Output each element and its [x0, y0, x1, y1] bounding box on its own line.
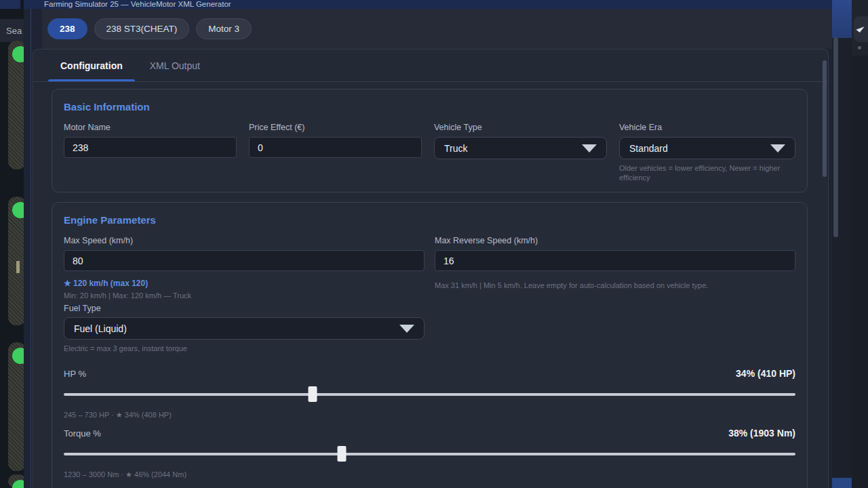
fuel-type-helper: Electric = max 3 gears, instant torque	[64, 344, 425, 353]
dialog-title: Farming Simulator 25 — VehicleMotor XML …	[24, 0, 832, 9]
price-effect-label: Price Effect (€)	[249, 123, 422, 133]
basic-information-section: Basic Information Motor Name Price Effec…	[52, 89, 808, 192]
background-blue-header	[832, 0, 852, 38]
vehicle-era-field-group: Vehicle Era Standard Older vehicles = lo…	[619, 123, 795, 182]
torque-slider-row: Torque % 38% (1903 Nm) 1230 – 3000 Nm · …	[64, 428, 795, 479]
page-scrollbar[interactable]	[833, 37, 838, 237]
search-label: Sea	[0, 26, 22, 36]
vehicle-era-select[interactable]: Standard	[619, 137, 795, 159]
max-speed-column: Max Speed (km/h) ★ 120 km/h (max 120) Mi…	[64, 236, 425, 353]
torque-slider-helper: 1230 – 3000 Nm · ★ 46% (2044 Nm)	[64, 470, 795, 479]
decorative-dot	[858, 46, 861, 49]
vehicle-type-field-group: Vehicle Type Truck	[434, 123, 607, 182]
torque-slider-thumb[interactable]	[338, 446, 347, 462]
hp-slider-label: HP %	[64, 368, 86, 380]
motor-tab-238-st3-cheat[interactable]: 238 ST3(CHEAT)	[94, 18, 190, 39]
max-reverse-speed-input[interactable]	[435, 250, 795, 271]
chevron-down-icon	[582, 144, 597, 152]
max-speed-input[interactable]	[64, 250, 425, 271]
motor-name-label: Motor Name	[64, 123, 237, 133]
background-far-right	[852, 0, 868, 488]
max-speed-range-note: Min: 20 km/h | Max: 120 km/h — Truck	[64, 291, 425, 300]
main-panel: Configuration XML Output Basic Informati…	[33, 49, 829, 488]
hp-slider-helper: 245 – 730 HP · ★ 34% (408 HP)	[64, 410, 795, 420]
tab-xml-output[interactable]: XML Output	[138, 49, 212, 81]
motor-tab-238[interactable]: 238	[47, 18, 87, 39]
max-reverse-speed-helper: Max 31 km/h | Min 5 km/h. Leave empty fo…	[435, 281, 795, 290]
send-button[interactable]	[854, 16, 868, 42]
active-tab-underline	[48, 79, 135, 81]
engine-sliders: HP % 34% (410 HP) 245 – 730 HP · ★ 34% (…	[64, 368, 795, 488]
chevron-down-icon	[770, 144, 785, 152]
motor-name-field-group: Motor Name	[64, 123, 237, 182]
fuel-type-label: Fuel Type	[64, 304, 425, 314]
max-speed-label: Max Speed (km/h)	[64, 236, 425, 246]
price-effect-field-group: Price Effect (€)	[249, 123, 422, 182]
engine-parameters-section: Engine Parameters Max Speed (km/h) ★ 120…	[52, 202, 808, 488]
hp-slider-value: 34% (410 HP)	[736, 368, 795, 380]
background-search-bar[interactable]: Sea	[0, 19, 24, 42]
hp-slider-thumb[interactable]	[308, 386, 317, 402]
background-card-detail	[16, 261, 20, 273]
background-right-strip	[832, 0, 852, 488]
basic-information-heading: Basic Information	[64, 101, 795, 113]
motor-tab-motor-3[interactable]: Motor 3	[196, 18, 252, 39]
hp-slider-row: HP % 34% (410 HP) 245 – 730 HP · ★ 34% (…	[64, 368, 795, 420]
motor-tabs-row: 238 238 ST3(CHEAT) Motor 3	[42, 9, 832, 49]
dialog-accent-line	[31, 9, 31, 488]
engine-parameters-heading: Engine Parameters	[64, 214, 795, 226]
max-reverse-column: Max Reverse Speed (km/h) Max 31 km/h | M…	[435, 236, 795, 353]
background-blue-footer	[832, 478, 852, 488]
max-reverse-speed-label: Max Reverse Speed (km/h)	[435, 236, 795, 246]
view-tabs: Configuration XML Output	[33, 49, 828, 82]
hp-slider[interactable]	[64, 386, 795, 402]
chevron-down-icon	[399, 325, 414, 333]
vehicle-type-label: Vehicle Type	[434, 123, 607, 133]
motor-name-input[interactable]	[64, 137, 237, 158]
torque-slider-value: 38% (1903 Nm)	[728, 428, 795, 439]
torque-slider-label: Torque %	[64, 428, 101, 439]
vehicle-motor-generator-dialog: Farming Simulator 25 — VehicleMotor XML …	[24, 0, 832, 488]
background-header-fragment	[0, 0, 20, 9]
fuel-type-select[interactable]: Fuel (Liquid)	[64, 317, 425, 340]
vehicle-era-helper: Older vehicles = lower efficiency, Newer…	[619, 163, 795, 182]
dialog-scrollbar[interactable]	[823, 60, 827, 177]
vehicle-era-label: Vehicle Era	[619, 123, 795, 133]
tab-configuration[interactable]: Configuration	[48, 49, 135, 81]
configuration-content: Basic Information Motor Name Price Effec…	[33, 82, 828, 488]
price-effect-input[interactable]	[249, 137, 422, 158]
torque-slider[interactable]	[64, 446, 795, 462]
max-speed-suggestion: ★ 120 km/h (max 120)	[64, 279, 425, 289]
vehicle-type-select[interactable]: Truck	[434, 137, 607, 159]
send-icon	[856, 24, 864, 33]
dialog-title-bar: Farming Simulator 25 — VehicleMotor XML …	[24, 0, 832, 9]
